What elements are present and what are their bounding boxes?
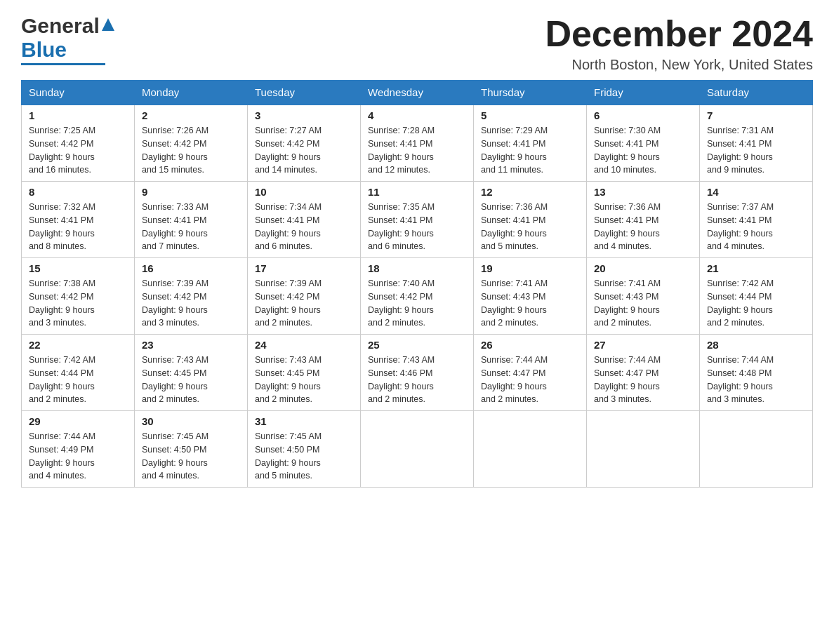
day-number: 23 bbox=[142, 339, 240, 351]
calendar-cell: 18 Sunrise: 7:40 AMSunset: 4:42 PMDaylig… bbox=[361, 258, 474, 335]
header-tuesday: Tuesday bbox=[248, 81, 361, 105]
calendar-cell: 21 Sunrise: 7:42 AMSunset: 4:44 PMDaylig… bbox=[700, 258, 813, 335]
day-info: Sunrise: 7:45 AMSunset: 4:50 PMDaylight:… bbox=[255, 431, 322, 481]
calendar-cell: 11 Sunrise: 7:35 AMSunset: 4:41 PMDaylig… bbox=[361, 182, 474, 258]
header-saturday: Saturday bbox=[700, 81, 813, 105]
day-number: 24 bbox=[255, 339, 353, 351]
day-number: 19 bbox=[481, 262, 579, 274]
title-block: December 2024 North Boston, New York, Un… bbox=[545, 14, 813, 73]
calendar-cell: 17 Sunrise: 7:39 AMSunset: 4:42 PMDaylig… bbox=[248, 258, 361, 335]
day-info: Sunrise: 7:26 AMSunset: 4:42 PMDaylight:… bbox=[142, 126, 208, 175]
calendar-cell: 22 Sunrise: 7:42 AMSunset: 4:44 PMDaylig… bbox=[22, 335, 135, 411]
day-info: Sunrise: 7:25 AMSunset: 4:42 PMDaylight:… bbox=[29, 126, 95, 175]
day-info: Sunrise: 7:36 AMSunset: 4:41 PMDaylight:… bbox=[594, 202, 661, 251]
day-info: Sunrise: 7:35 AMSunset: 4:41 PMDaylight:… bbox=[368, 202, 435, 251]
day-number: 25 bbox=[368, 339, 466, 351]
day-number: 10 bbox=[255, 186, 353, 198]
day-number: 8 bbox=[29, 186, 127, 198]
calendar-cell: 9 Sunrise: 7:33 AMSunset: 4:41 PMDayligh… bbox=[135, 182, 248, 258]
calendar-cell: 7 Sunrise: 7:31 AMSunset: 4:41 PMDayligh… bbox=[700, 105, 813, 182]
calendar-week-2: 8 Sunrise: 7:32 AMSunset: 4:41 PMDayligh… bbox=[22, 182, 813, 258]
header-wednesday: Wednesday bbox=[361, 81, 474, 105]
day-info: Sunrise: 7:36 AMSunset: 4:41 PMDaylight:… bbox=[481, 202, 548, 251]
calendar-cell: 4 Sunrise: 7:28 AMSunset: 4:41 PMDayligh… bbox=[361, 105, 474, 182]
header-friday: Friday bbox=[587, 81, 700, 105]
calendar-cell: 30 Sunrise: 7:45 AMSunset: 4:50 PMDaylig… bbox=[135, 411, 248, 488]
calendar-header-row: Sunday Monday Tuesday Wednesday Thursday… bbox=[22, 81, 813, 105]
day-number: 6 bbox=[594, 109, 692, 121]
header-sunday: Sunday bbox=[22, 81, 135, 105]
month-title: December 2024 bbox=[545, 14, 813, 54]
calendar-week-4: 22 Sunrise: 7:42 AMSunset: 4:44 PMDaylig… bbox=[22, 335, 813, 411]
day-number: 15 bbox=[29, 262, 127, 274]
calendar-cell: 27 Sunrise: 7:44 AMSunset: 4:47 PMDaylig… bbox=[587, 335, 700, 411]
day-number: 17 bbox=[255, 262, 353, 274]
day-info: Sunrise: 7:42 AMSunset: 4:44 PMDaylight:… bbox=[707, 279, 774, 328]
day-number: 3 bbox=[255, 109, 353, 121]
calendar-cell: 19 Sunrise: 7:41 AMSunset: 4:43 PMDaylig… bbox=[474, 258, 587, 335]
day-number: 12 bbox=[481, 186, 579, 198]
header-monday: Monday bbox=[135, 81, 248, 105]
day-info: Sunrise: 7:44 AMSunset: 4:49 PMDaylight:… bbox=[29, 431, 95, 481]
calendar-cell: 15 Sunrise: 7:38 AMSunset: 4:42 PMDaylig… bbox=[22, 258, 135, 335]
day-info: Sunrise: 7:28 AMSunset: 4:41 PMDaylight:… bbox=[368, 126, 435, 175]
day-number: 31 bbox=[255, 415, 353, 427]
calendar-cell: 20 Sunrise: 7:41 AMSunset: 4:43 PMDaylig… bbox=[587, 258, 700, 335]
day-info: Sunrise: 7:43 AMSunset: 4:46 PMDaylight:… bbox=[368, 355, 435, 404]
day-number: 20 bbox=[594, 262, 692, 274]
day-number: 28 bbox=[707, 339, 805, 351]
calendar-cell: 23 Sunrise: 7:43 AMSunset: 4:45 PMDaylig… bbox=[135, 335, 248, 411]
day-info: Sunrise: 7:37 AMSunset: 4:41 PMDaylight:… bbox=[707, 202, 774, 251]
day-number: 26 bbox=[481, 339, 579, 351]
day-info: Sunrise: 7:45 AMSunset: 4:50 PMDaylight:… bbox=[142, 431, 208, 481]
day-number: 21 bbox=[707, 262, 805, 274]
calendar-table: Sunday Monday Tuesday Wednesday Thursday… bbox=[21, 80, 813, 488]
day-number: 2 bbox=[142, 109, 240, 121]
day-number: 5 bbox=[481, 109, 579, 121]
day-info: Sunrise: 7:32 AMSunset: 4:41 PMDaylight:… bbox=[29, 202, 95, 251]
calendar-cell: 3 Sunrise: 7:27 AMSunset: 4:42 PMDayligh… bbox=[248, 105, 361, 182]
logo: General Blue bbox=[21, 14, 114, 65]
calendar-cell: 25 Sunrise: 7:43 AMSunset: 4:46 PMDaylig… bbox=[361, 335, 474, 411]
logo-underline bbox=[21, 63, 105, 65]
calendar-cell: 24 Sunrise: 7:43 AMSunset: 4:45 PMDaylig… bbox=[248, 335, 361, 411]
logo-blue-text: Blue bbox=[21, 38, 67, 62]
day-info: Sunrise: 7:33 AMSunset: 4:41 PMDaylight:… bbox=[142, 202, 208, 251]
day-info: Sunrise: 7:43 AMSunset: 4:45 PMDaylight:… bbox=[255, 355, 322, 404]
calendar-cell: 14 Sunrise: 7:37 AMSunset: 4:41 PMDaylig… bbox=[700, 182, 813, 258]
day-info: Sunrise: 7:44 AMSunset: 4:48 PMDaylight:… bbox=[707, 355, 774, 404]
day-info: Sunrise: 7:41 AMSunset: 4:43 PMDaylight:… bbox=[594, 279, 661, 328]
day-number: 30 bbox=[142, 415, 240, 427]
calendar-cell: 2 Sunrise: 7:26 AMSunset: 4:42 PMDayligh… bbox=[135, 105, 248, 182]
day-number: 11 bbox=[368, 186, 466, 198]
calendar-cell bbox=[700, 411, 813, 488]
day-number: 16 bbox=[142, 262, 240, 274]
day-number: 27 bbox=[594, 339, 692, 351]
day-number: 9 bbox=[142, 186, 240, 198]
day-info: Sunrise: 7:27 AMSunset: 4:42 PMDaylight:… bbox=[255, 126, 322, 175]
calendar-cell: 13 Sunrise: 7:36 AMSunset: 4:41 PMDaylig… bbox=[587, 182, 700, 258]
page-header: General Blue December 2024 North Boston,… bbox=[21, 14, 813, 73]
day-info: Sunrise: 7:40 AMSunset: 4:42 PMDaylight:… bbox=[368, 279, 435, 328]
day-info: Sunrise: 7:34 AMSunset: 4:41 PMDaylight:… bbox=[255, 202, 322, 251]
calendar-cell: 8 Sunrise: 7:32 AMSunset: 4:41 PMDayligh… bbox=[22, 182, 135, 258]
day-number: 18 bbox=[368, 262, 466, 274]
calendar-week-1: 1 Sunrise: 7:25 AMSunset: 4:42 PMDayligh… bbox=[22, 105, 813, 182]
day-number: 4 bbox=[368, 109, 466, 121]
location-subtitle: North Boston, New York, United States bbox=[545, 57, 813, 73]
day-number: 7 bbox=[707, 109, 805, 121]
calendar-cell: 31 Sunrise: 7:45 AMSunset: 4:50 PMDaylig… bbox=[248, 411, 361, 488]
calendar-cell: 10 Sunrise: 7:34 AMSunset: 4:41 PMDaylig… bbox=[248, 182, 361, 258]
logo-triangle-icon bbox=[102, 18, 114, 31]
calendar-cell bbox=[474, 411, 587, 488]
calendar-cell: 1 Sunrise: 7:25 AMSunset: 4:42 PMDayligh… bbox=[22, 105, 135, 182]
day-number: 1 bbox=[29, 109, 127, 121]
day-info: Sunrise: 7:31 AMSunset: 4:41 PMDaylight:… bbox=[707, 126, 774, 175]
calendar-cell: 29 Sunrise: 7:44 AMSunset: 4:49 PMDaylig… bbox=[22, 411, 135, 488]
day-info: Sunrise: 7:30 AMSunset: 4:41 PMDaylight:… bbox=[594, 126, 661, 175]
calendar-cell bbox=[361, 411, 474, 488]
calendar-cell: 16 Sunrise: 7:39 AMSunset: 4:42 PMDaylig… bbox=[135, 258, 248, 335]
day-info: Sunrise: 7:41 AMSunset: 4:43 PMDaylight:… bbox=[481, 279, 548, 328]
day-info: Sunrise: 7:42 AMSunset: 4:44 PMDaylight:… bbox=[29, 355, 95, 404]
calendar-week-5: 29 Sunrise: 7:44 AMSunset: 4:49 PMDaylig… bbox=[22, 411, 813, 488]
